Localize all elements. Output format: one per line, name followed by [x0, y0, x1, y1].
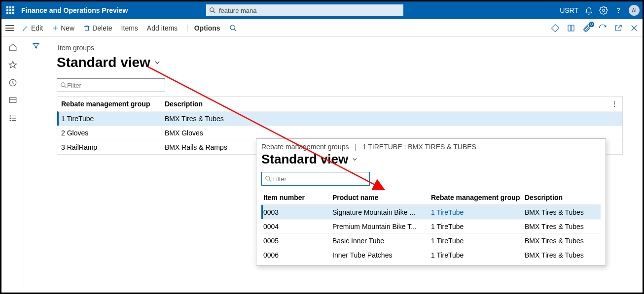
col-group[interactable]: Rebate management group [61, 100, 165, 108]
global-search[interactable] [206, 4, 403, 16]
col-desc[interactable]: Description [165, 100, 606, 108]
table-row[interactable]: 0004Premium Mountain Bike T...1 TireTube… [261, 219, 601, 233]
popup-filter-input[interactable] [272, 175, 366, 183]
svg-point-3 [618, 12, 618, 13]
bell-icon[interactable] [584, 6, 593, 15]
modules-icon[interactable] [8, 114, 17, 123]
app-launcher-icon[interactable] [4, 4, 16, 16]
svg-point-22 [266, 176, 270, 180]
options-button[interactable]: Options [194, 24, 220, 32]
cell-item: 0003 [263, 208, 332, 216]
cell-product: Basic Inner Tube [332, 237, 431, 245]
svg-point-18 [10, 120, 11, 121]
user-code[interactable]: USRT [560, 6, 578, 14]
cell-group: 1 TireTube [431, 223, 525, 230]
col-desc[interactable]: Description [525, 194, 599, 201]
items-button[interactable]: Items [121, 24, 138, 32]
cell-group: 1 TireTube [431, 237, 525, 245]
help-icon[interactable] [614, 6, 623, 15]
cell-group: 1 TireTube [61, 115, 165, 123]
attachments-button[interactable]: 0 [582, 24, 591, 33]
col-product[interactable]: Product name [332, 194, 431, 201]
pencil-icon [22, 25, 29, 32]
items-grid: Item number Product name Rebate manageme… [261, 191, 601, 262]
svg-point-16 [10, 118, 11, 119]
delete-button[interactable]: Delete [83, 24, 112, 32]
cell-desc: BMX Tires & Tubes [525, 208, 599, 216]
gear-icon[interactable] [599, 6, 608, 15]
edit-button[interactable]: Edit [22, 24, 43, 32]
view-selector[interactable]: Standard view [57, 55, 161, 70]
cell-group: 3 RailRamp [61, 143, 165, 151]
popup-filter[interactable] [261, 172, 370, 186]
popout-icon[interactable] [614, 24, 623, 33]
cell-group: 1 TireTube [431, 208, 525, 216]
cell-product: Premium Mountain Bike T... [332, 223, 431, 230]
cell-item: 0006 [263, 251, 332, 259]
cell-desc: BMX Gloves [165, 129, 618, 137]
cell-product: Inner Tube Patches [332, 251, 431, 259]
cell-desc: BMX Tires & Tubes [165, 115, 618, 123]
diamond-icon[interactable] [551, 24, 560, 33]
avatar[interactable]: AI [629, 5, 640, 16]
svg-point-0 [210, 8, 214, 12]
cell-desc: BMX Tires & Tubes [525, 237, 599, 245]
cell-item: 0004 [263, 223, 332, 230]
svg-line-23 [269, 180, 271, 182]
popup-view-selector[interactable]: Standard view [261, 152, 601, 167]
cell-item: 0005 [263, 237, 332, 245]
grid-overflow-icon[interactable]: ⋮ [606, 100, 618, 108]
svg-point-20 [61, 83, 65, 87]
cell-product: Signature Mountain Bike ... [332, 208, 431, 216]
svg-line-1 [214, 11, 215, 13]
svg-point-2 [603, 9, 605, 12]
chevron-down-icon [153, 59, 161, 66]
svg-point-7 [230, 25, 235, 30]
add-items-button[interactable]: Add items [147, 24, 178, 32]
table-row[interactable]: 2 GlovesBMX Gloves [57, 126, 622, 140]
cell-desc: BMX Tires & Tubes [525, 223, 599, 230]
attachment-badge: 0 [589, 22, 594, 27]
close-icon[interactable] [630, 24, 639, 33]
svg-rect-12 [9, 98, 16, 103]
table-row[interactable]: 0005Basic Inner Tube1 TireTubeBMX Tires … [261, 233, 601, 248]
search-icon [209, 7, 216, 14]
nav-toggle-icon[interactable] [5, 25, 14, 31]
grid-filter[interactable] [57, 78, 165, 92]
cell-group: 2 Gloves [61, 129, 165, 137]
svg-line-8 [234, 29, 236, 31]
grid-filter-input[interactable] [67, 82, 162, 89]
global-header: Finance and Operations Preview USRT AI [1, 1, 643, 19]
star-icon[interactable] [8, 61, 17, 69]
plus-icon [52, 25, 59, 32]
workspace-icon[interactable] [8, 96, 17, 105]
view-name: Standard view [57, 55, 150, 70]
crumb-parent[interactable]: Rebate management groups [261, 143, 349, 151]
refresh-icon[interactable] [598, 24, 607, 33]
search-icon[interactable] [229, 24, 237, 32]
crumb-current: 1 TIRETUBE : BMX TIRES & TUBES [362, 143, 476, 151]
col-group[interactable]: Rebate management group [431, 194, 525, 201]
chevron-down-icon [351, 156, 358, 163]
global-search-input[interactable] [219, 7, 403, 14]
app-title: Finance and Operations Preview [21, 6, 128, 14]
left-nav-rail [1, 37, 24, 293]
home-icon[interactable] [8, 43, 17, 52]
clock-icon[interactable] [8, 78, 17, 87]
col-item[interactable]: Item number [263, 194, 332, 201]
divider: | [186, 24, 188, 32]
funnel-icon[interactable] [32, 42, 40, 50]
table-row[interactable]: 1 TireTubeBMX Tires & Tubes [57, 111, 622, 126]
trash-icon [83, 25, 90, 32]
search-icon [60, 82, 67, 89]
items-detail-popup: Rebate management groups | 1 TIRETUBE : … [256, 138, 606, 265]
page-title: Item groups [58, 44, 94, 52]
book-icon[interactable] [567, 24, 575, 33]
crumb-sep: | [355, 143, 357, 151]
new-button[interactable]: New [52, 24, 74, 32]
action-bar: Edit New Delete Items Add items | Option… [1, 19, 643, 37]
cell-group: 1 TireTube [431, 251, 525, 259]
table-row[interactable]: 0003Signature Mountain Bike ...1 TireTub… [261, 205, 601, 219]
table-row[interactable]: 0006Inner Tube Patches1 TireTubeBMX Tire… [261, 248, 601, 262]
breadcrumb: Rebate management groups | 1 TIRETUBE : … [261, 143, 601, 151]
